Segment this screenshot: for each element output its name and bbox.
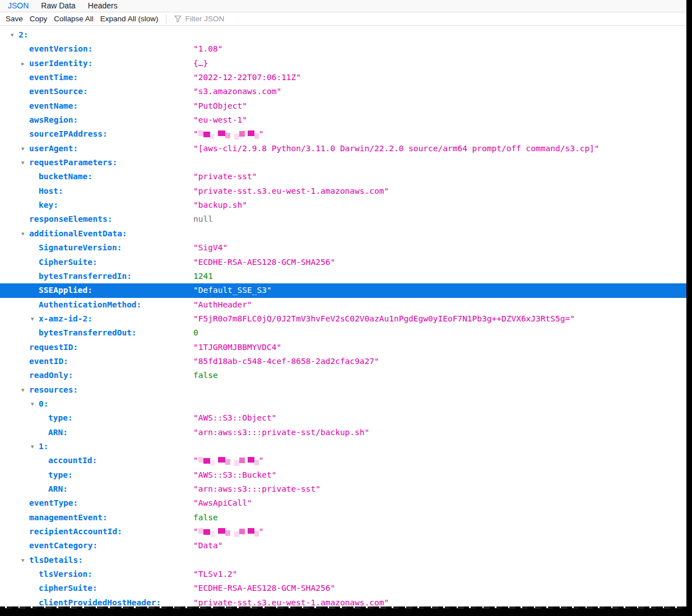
json-key: awsRegion: — [29, 113, 78, 127]
json-row-eventTime[interactable]: eventTime:"2022-12-22T07:06:11Z" — [0, 71, 692, 85]
json-key: eventName: — [29, 99, 78, 113]
json-row-2[interactable]: ▾2: — [0, 28, 692, 42]
json-key: ARN: — [48, 426, 68, 440]
json-key: x-amz-id-2: — [39, 312, 92, 326]
json-key: eventVersion: — [29, 42, 93, 56]
tab-bar: JSON Raw Data Headers — [0, 0, 692, 12]
json-row-eventName[interactable]: eventName:"PutObject" — [0, 99, 692, 113]
collapse-arrow-icon[interactable]: ▾ — [21, 553, 25, 567]
json-row-ARN[interactable]: ARN:"arn:aws:s3:::private-sst/backup.sh" — [0, 426, 692, 440]
json-row-cipherSuite[interactable]: cipherSuite:"ECDHE-RSA-AES128-GCM-SHA256… — [0, 581, 692, 595]
json-row-recipientAccountId[interactable]: recipientAccountId:"" — [0, 525, 692, 539]
filter-json-input[interactable]: Filter JSON — [174, 15, 224, 23]
json-viewer: JSON Raw Data Headers Save Copy Collapse… — [0, 0, 692, 616]
json-row-additionalEventData[interactable]: ▾additionalEventData: — [0, 227, 692, 241]
tab-raw-data[interactable]: Raw Data — [41, 0, 75, 12]
json-row-SSEApplied[interactable]: SSEApplied:"Default_SSE_S3" — [0, 283, 692, 297]
json-row-SignatureVersion[interactable]: SignatureVersion:"SigV4" — [0, 241, 692, 255]
json-row-type[interactable]: type:"AWS::S3::Bucket" — [0, 468, 692, 482]
json-row-requestID[interactable]: requestID:"1TJGR0MJBBMYVDC4" — [0, 340, 692, 354]
collapse-arrow-icon[interactable]: ▾ — [21, 142, 25, 156]
json-row-bytesTransferredOut[interactable]: bytesTransferredOut:0 — [0, 326, 692, 340]
json-row-1[interactable]: ▾1: — [0, 440, 692, 454]
json-value: "Data" — [193, 539, 222, 553]
collapse-arrow-icon[interactable]: ▾ — [21, 156, 25, 170]
json-row-AuthenticationMethod[interactable]: AuthenticationMethod:"AuthHeader" — [0, 298, 692, 312]
json-value: "F5jR0o7m8FLC0jQ/0J2TmV3hvFeV2sC02V0azAu… — [193, 312, 575, 326]
json-key: tlsVersion: — [39, 567, 92, 581]
redaction-bar-right — [686, 0, 692, 616]
json-key: bucketName: — [39, 170, 92, 184]
json-value: "AWS::S3::Object" — [193, 411, 276, 425]
json-key: requestID: — [29, 340, 78, 354]
json-key: bytesTransferredOut: — [39, 326, 137, 340]
json-row-readOnly[interactable]: readOnly:false — [0, 368, 692, 382]
collapse-arrow-icon[interactable]: ▾ — [31, 440, 34, 454]
funnel-icon — [174, 15, 182, 22]
json-row-Host[interactable]: Host:"private-sst.s3.eu-west-1.amazonaws… — [0, 184, 692, 198]
json-key: eventType: — [29, 496, 78, 510]
json-row-eventID[interactable]: eventID:"85fd18ab-c548-4cef-8658-2ad2cfa… — [0, 354, 692, 368]
collapse-arrow-icon[interactable]: ▾ — [31, 312, 34, 326]
json-value: "1.08" — [193, 42, 222, 56]
tab-json[interactable]: JSON — [8, 0, 29, 12]
json-row-tlsDetails[interactable]: ▾tlsDetails: — [0, 553, 692, 567]
json-key: type: — [48, 468, 73, 482]
json-row-eventType[interactable]: eventType:"AwsApiCall" — [0, 496, 692, 510]
json-value: "Default_SSE_S3" — [193, 283, 272, 297]
json-value: false — [193, 368, 218, 382]
json-value: "ECDHE-RSA-AES128-GCM-SHA256" — [193, 581, 335, 595]
json-row-sourceIPAddress[interactable]: sourceIPAddress:"" — [0, 127, 692, 141]
json-row-userIdentity[interactable]: ▸userIdentity:{…} — [0, 57, 692, 71]
toolbar-separator — [166, 15, 166, 24]
collapse-arrow-icon[interactable]: ▾ — [21, 227, 25, 241]
json-key: userIdentity: — [29, 57, 93, 71]
json-row-key[interactable]: key:"backup.sh" — [0, 198, 692, 212]
json-row-0[interactable]: ▾0: — [0, 397, 692, 411]
json-row-ARN[interactable]: ARN:"arn:aws:s3:::private-sst" — [0, 482, 692, 496]
json-row-bucketName[interactable]: bucketName:"private-sst" — [0, 170, 692, 184]
json-value: false — [193, 511, 218, 525]
json-row-eventSource[interactable]: eventSource:"s3.amazonaws.com" — [0, 85, 692, 99]
json-row-managementEvent[interactable]: managementEvent:false — [0, 511, 692, 525]
json-value: "s3.amazonaws.com" — [193, 85, 281, 99]
save-button[interactable]: Save — [6, 15, 23, 23]
json-row-CipherSuite[interactable]: CipherSuite:"ECDHE-RSA-AES128-GCM-SHA256… — [0, 255, 692, 269]
collapse-arrow-icon[interactable]: ▾ — [21, 383, 25, 397]
json-value: {…} — [193, 57, 208, 71]
expand-all-button[interactable]: Expand All (slow) — [100, 15, 159, 23]
collapse-arrow-icon[interactable]: ▾ — [31, 397, 34, 411]
json-row-eventCategory[interactable]: eventCategory:"Data" — [0, 539, 692, 553]
json-row-eventVersion[interactable]: eventVersion:"1.08" — [0, 42, 692, 56]
json-key: managementEvent: — [29, 511, 108, 525]
collapse-arrow-icon[interactable]: ▾ — [11, 28, 14, 42]
json-value: "arn:aws:s3:::private-sst" — [193, 482, 321, 496]
json-value: "backup.sh" — [193, 198, 247, 212]
json-row-resources[interactable]: ▾resources: — [0, 383, 692, 397]
tab-headers[interactable]: Headers — [88, 0, 118, 12]
json-row-type[interactable]: type:"AWS::S3::Object" — [0, 411, 692, 425]
json-row-responseElements[interactable]: responseElements:null — [0, 212, 692, 226]
json-row-tlsVersion[interactable]: tlsVersion:"TLSv1.2" — [0, 567, 692, 581]
redacted-value: "" — [193, 525, 263, 539]
json-row-awsRegion[interactable]: awsRegion:"eu-west-1" — [0, 113, 692, 127]
json-key: responseElements: — [29, 212, 112, 226]
json-value: "85fd18ab-c548-4cef-8658-2ad2cfac9a27" — [193, 354, 379, 368]
filter-placeholder: Filter JSON — [185, 15, 224, 23]
json-value: "arn:aws:s3:::private-sst/backup.sh" — [193, 426, 369, 440]
json-key: eventCategory: — [29, 539, 97, 553]
expand-arrow-icon[interactable]: ▸ — [21, 57, 25, 71]
json-key: SignatureVersion: — [39, 241, 122, 255]
json-value: "AwsApiCall" — [193, 496, 252, 510]
copy-button[interactable]: Copy — [30, 15, 48, 23]
redacted-value: "" — [193, 127, 263, 141]
json-row-x-amz-id-2[interactable]: ▾x-amz-id-2:"F5jR0o7m8FLC0jQ/0J2TmV3hvFe… — [0, 312, 692, 326]
json-row-accountId[interactable]: accountId:"" — [0, 454, 692, 468]
json-value: "private-sst.s3.eu-west-1.amazonaws.com" — [193, 184, 389, 198]
json-row-requestParameters[interactable]: ▾requestParameters: — [0, 156, 692, 170]
collapse-all-button[interactable]: Collapse All — [54, 15, 94, 23]
json-key: 0: — [39, 397, 48, 411]
json-row-bytesTransferredIn[interactable]: bytesTransferredIn:1241 — [0, 269, 692, 283]
json-key: eventID: — [29, 354, 68, 368]
json-row-userAgent[interactable]: ▾userAgent:"[aws-cli/2.9.8 Python/3.11.0… — [0, 142, 692, 156]
